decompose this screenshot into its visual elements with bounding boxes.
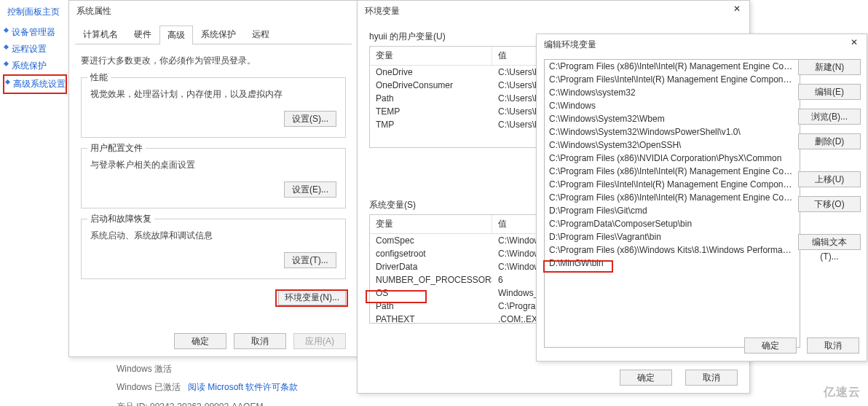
groupbox-desc: 视觉效果，处理器计划，内存使用，以及虚拟内存 xyxy=(90,88,336,101)
close-icon[interactable]: ✕ xyxy=(729,4,745,17)
list-item[interactable]: C:\Program Files (x86)\Intel\Intel(R) Ma… xyxy=(545,165,800,178)
cancel-button[interactable]: 取消 xyxy=(685,370,738,386)
list-item[interactable]: C:\Program Files (x86)\Intel\Intel(R) Ma… xyxy=(545,60,800,73)
groupbox-title: 用户配置文件 xyxy=(87,142,146,155)
cancel-button[interactable]: 取消 xyxy=(807,337,859,354)
cancel-button[interactable]: 取消 xyxy=(234,333,286,349)
admin-note: 要进行大多数更改，你必须作为管理员登录。 xyxy=(81,55,346,67)
move-up-button[interactable]: 上移(U) xyxy=(798,171,861,187)
dialog-title: 系统属性 xyxy=(69,1,358,20)
delete-button[interactable]: 删除(D) xyxy=(798,133,861,149)
cp-link-device-manager[interactable]: 设备管理器 xyxy=(3,24,67,41)
close-icon[interactable]: ✕ xyxy=(846,37,862,50)
cp-home-link[interactable]: 控制面板主页 xyxy=(3,4,67,24)
ok-button[interactable]: 确定 xyxy=(174,333,226,349)
control-panel-nav: 控制面板主页 设备管理器 远程设置 系统保护 高级系统设置 xyxy=(0,0,67,406)
tab-advanced[interactable]: 高级 xyxy=(159,26,193,44)
environment-variables-button[interactable]: 环境变量(N)... xyxy=(278,289,346,305)
activation-status: Windows 已激活 xyxy=(117,382,181,392)
ok-button[interactable]: 确定 xyxy=(620,370,672,386)
list-item[interactable]: C:\Windows\System32\OpenSSH\ xyxy=(545,138,800,152)
groupbox-startup-recovery: 启动和故障恢复 系统启动、系统故障和调试信息 设置(T)... xyxy=(81,219,346,279)
groupbox-desc: 系统启动、系统故障和调试信息 xyxy=(90,230,336,242)
groupbox-title: 性能 xyxy=(87,71,111,84)
path-entries-list[interactable]: C:\Program Files (x86)\Intel\Intel(R) Ma… xyxy=(544,59,800,348)
list-item[interactable]: C:\Windows\System32\WindowsPowerShell\v1… xyxy=(545,125,800,138)
list-item[interactable]: D:\Program Files\Vagrant\bin xyxy=(545,230,800,243)
performance-settings-button[interactable]: 设置(S)... xyxy=(284,111,336,127)
browse-button[interactable]: 浏览(B)... xyxy=(798,109,861,125)
apply-button[interactable]: 应用(A) xyxy=(293,333,346,349)
list-item[interactable]: C:\Program Files\Intel\Intel(R) Manageme… xyxy=(545,73,800,86)
startup-recovery-settings-button[interactable]: 设置(T)... xyxy=(284,252,336,268)
list-item[interactable]: C:\Windows xyxy=(545,99,800,112)
cp-link-advanced-system-settings[interactable]: 高级系统设置 xyxy=(3,74,67,94)
list-item[interactable]: C:\Program Files (x86)\Intel\Intel(R) Ma… xyxy=(545,191,800,204)
list-item[interactable]: D:\Program Files\Git\cmd xyxy=(545,204,800,217)
windows-activation: Windows 激活 Windows 已激活 阅读 Microsoft 软件许可… xyxy=(117,363,298,406)
tab-remote[interactable]: 远程 xyxy=(244,25,277,44)
cp-link-remote-settings[interactable]: 远程设置 xyxy=(3,41,67,58)
ok-button[interactable]: 确定 xyxy=(744,337,797,354)
license-terms-link[interactable]: 阅读 Microsoft 软件许可条款 xyxy=(188,382,298,392)
product-id: 产品 ID: 00342-30263-00002-AAOEM xyxy=(117,401,298,406)
list-item[interactable]: C:\Program Files (x86)\Windows Kits\8.1\… xyxy=(545,243,800,257)
dialog-title: 编辑环境变量 xyxy=(537,34,867,54)
tab-hardware[interactable]: 硬件 xyxy=(126,25,159,44)
list-item[interactable]: C:\Program Files (x86)\NVIDIA Corporatio… xyxy=(545,152,800,165)
column-header-variable[interactable]: 变量 xyxy=(370,215,492,233)
dialog-title: 环境变量 xyxy=(358,1,749,20)
tab-computer-name[interactable]: 计算机名 xyxy=(75,25,126,44)
list-item[interactable]: D:\MinGW\bin xyxy=(545,257,800,270)
tabstrip: 计算机名 硬件 高级 系统保护 远程 xyxy=(75,25,352,44)
watermark-logo: 亿速云 xyxy=(824,385,861,400)
move-down-button[interactable]: 下移(O) xyxy=(798,196,861,212)
new-button[interactable]: 新建(N) xyxy=(798,59,861,75)
edit-text-button[interactable]: 编辑文本(T)... xyxy=(798,234,861,250)
edit-button[interactable]: 编辑(E) xyxy=(798,84,861,100)
cp-link-system-protection[interactable]: 系统保护 xyxy=(3,58,67,74)
groupbox-desc: 与登录帐户相关的桌面设置 xyxy=(90,159,336,171)
list-item[interactable]: C:\Program Files\Intel\Intel(R) Manageme… xyxy=(545,178,800,191)
edit-env-variable-dialog: 编辑环境变量 ✕ C:\Program Files (x86)\Intel\In… xyxy=(536,34,867,362)
groupbox-title: 启动和故障恢复 xyxy=(87,213,154,225)
list-item[interactable]: C:\Windows\System32\Wbem xyxy=(545,112,800,125)
activation-heading: Windows 激活 xyxy=(117,363,298,375)
column-header-variable[interactable]: 变量 xyxy=(370,47,492,65)
tab-system-protection[interactable]: 系统保护 xyxy=(193,25,244,44)
groupbox-performance: 性能 视觉效果，处理器计划，内存使用，以及虚拟内存 设置(S)... xyxy=(81,77,346,138)
system-properties-dialog: 系统属性 计算机名 硬件 高级 系统保护 远程 要进行大多数更改，你必须作为管理… xyxy=(68,0,358,357)
groupbox-user-profiles: 用户配置文件 与登录帐户相关的桌面设置 设置(E)... xyxy=(81,148,346,208)
list-item[interactable]: C:\ProgramData\ComposerSetup\bin xyxy=(545,217,800,230)
user-profiles-settings-button[interactable]: 设置(E)... xyxy=(284,181,336,198)
list-item[interactable]: C:\Windows\system32 xyxy=(545,86,800,99)
